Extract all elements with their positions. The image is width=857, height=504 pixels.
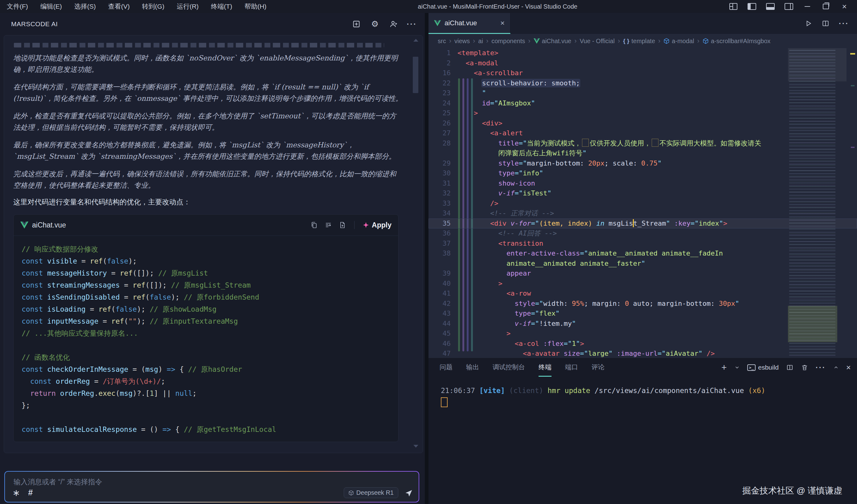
apply-button[interactable]: Apply xyxy=(363,221,391,229)
code-line[interactable]: const checkOrderInMessage = (msg) => { /… xyxy=(21,364,390,375)
code-line[interactable]: // 函数名优化 xyxy=(21,351,390,364)
scroll-down-icon[interactable] xyxy=(414,445,418,448)
breadcrumb-item[interactable]: aiChat.vue xyxy=(542,38,572,45)
split-terminal-icon[interactable] xyxy=(786,364,793,371)
code-line[interactable]: const orderReg = /订单号为(\d+)/; xyxy=(21,375,390,387)
code-suggestion-card: aiChat.vue xyxy=(13,214,399,442)
terminal-tab[interactable]: 端口 xyxy=(565,358,578,377)
context-hash-icon[interactable]: # xyxy=(28,488,33,498)
code-editor[interactable]: 1<template>2 <a-modal16 <a-scrollbar22 s… xyxy=(428,48,857,357)
menu-item[interactable]: 转到(G) xyxy=(142,2,164,11)
chat-input-inner[interactable]: 输入消息或者 “/” 来选择指令 ∗ # Deepseek R1 xyxy=(5,472,419,502)
new-chat-icon[interactable] xyxy=(351,19,361,29)
gear-icon[interactable]: ⚙ xyxy=(370,19,380,29)
terminal-tab[interactable]: 输出 xyxy=(466,358,479,377)
code-line[interactable]: // 响应式数据部分修改 xyxy=(21,243,390,255)
breadcrumb-item[interactable]: components xyxy=(491,38,525,45)
vue-icon xyxy=(434,20,441,26)
terminal-profile[interactable]: >_ esbuild xyxy=(747,364,779,371)
overview-ruler[interactable] xyxy=(847,48,857,357)
menu-item[interactable]: 文件(F) xyxy=(7,2,28,11)
copy-icon[interactable] xyxy=(310,221,318,229)
terminal-tab[interactable]: 终端 xyxy=(539,358,552,377)
chat-scrollbar[interactable] xyxy=(411,36,420,452)
panel-editor-divider[interactable] xyxy=(425,13,428,504)
menu-item[interactable]: 终端(T) xyxy=(211,2,232,11)
tab-close-icon[interactable]: × xyxy=(500,19,505,28)
code-line[interactable]: const simulateLocalResponse = () => { //… xyxy=(21,423,390,436)
code-line[interactable]: return orderReg.exec(msg)?.[1] || null; xyxy=(21,387,390,400)
menu-item[interactable]: 运行(R) xyxy=(177,2,199,11)
chevron-down-icon[interactable] xyxy=(734,365,740,370)
menu-item[interactable]: 查看(V) xyxy=(108,2,130,11)
run-icon[interactable] xyxy=(804,19,812,28)
restore-button[interactable] xyxy=(821,3,830,10)
toggle-panel-icon[interactable] xyxy=(766,3,775,10)
close-panel-icon[interactable]: × xyxy=(846,363,851,372)
scroll-up-icon[interactable] xyxy=(414,39,418,41)
code-line[interactable]: }; xyxy=(21,400,390,411)
new-file-icon[interactable] xyxy=(339,221,346,229)
terminal-tab[interactable]: 问题 xyxy=(440,358,453,377)
more-actions-icon[interactable]: ··· xyxy=(816,363,826,372)
menu-item[interactable]: 帮助(H) xyxy=(245,2,266,11)
minimap[interactable] xyxy=(788,48,846,357)
send-icon[interactable] xyxy=(404,489,413,497)
terminal-output[interactable]: 21:06:37 [vite] (client) hmr update /src… xyxy=(428,377,857,410)
terminal-cursor xyxy=(441,397,448,407)
model-selector[interactable]: Deepseek R1 xyxy=(344,487,398,498)
more-actions-icon[interactable]: ··· xyxy=(407,19,417,29)
chat-input-toolbar: ∗ # Deepseek R1 xyxy=(12,487,413,498)
chevron-up-icon[interactable] xyxy=(833,365,839,370)
line-number: 38 xyxy=(428,249,457,258)
scrollbar-thumb[interactable] xyxy=(413,57,418,93)
code-line[interactable]: const visible = ref(false); xyxy=(21,255,390,267)
close-button[interactable]: × xyxy=(840,3,849,10)
customize-layout-icon[interactable] xyxy=(729,3,738,10)
breadcrumb-item[interactable]: views xyxy=(454,38,470,45)
line-number: 24 xyxy=(428,98,457,108)
breadcrumb-item[interactable]: Vue - Official xyxy=(580,38,615,45)
code-line[interactable]: const isSendingDisabled = ref(false); //… xyxy=(21,291,390,303)
code-line[interactable]: const messageHistory = ref([]); // 原msgL… xyxy=(21,267,390,279)
code-line[interactable] xyxy=(21,411,390,423)
code-line[interactable]: const streamingMessages = ref([]); // 原m… xyxy=(21,279,390,291)
terminal-actions: + >_ esbuild ··· × xyxy=(721,362,851,373)
menu-item[interactable]: 编辑(E) xyxy=(40,2,62,11)
terminal-tab[interactable]: 调试控制台 xyxy=(493,358,525,377)
changes-intro: 这里对代码进行变量名和代码结构的优化，主要改动点： xyxy=(13,197,403,207)
breadcrumb-item[interactable]: src xyxy=(438,38,446,45)
account-icon[interactable] xyxy=(388,19,398,29)
breadcrumb-item[interactable]: a-scrollbar#AImsgbox xyxy=(711,38,770,45)
kill-terminal-icon[interactable] xyxy=(801,364,808,371)
code-line[interactable]: const inputMessage = ref(""); // 原inputT… xyxy=(21,315,390,327)
line-number: 36 xyxy=(428,229,457,239)
line-number: 30 xyxy=(428,168,457,179)
line-number: 28 xyxy=(428,138,457,149)
code-line[interactable] xyxy=(21,339,390,351)
commands-icon[interactable]: ∗ xyxy=(12,488,20,498)
log-time: 21:06:37 xyxy=(441,387,475,394)
code-line[interactable]: // ...其他响应式变量保持原名... xyxy=(21,327,390,339)
terminal-tab[interactable]: 评论 xyxy=(592,358,605,377)
line-number: 33 xyxy=(428,199,457,209)
insert-code-icon[interactable] xyxy=(325,221,332,229)
chat-input-placeholder: 输入消息或者 “/” 来选择指令 xyxy=(14,477,102,487)
toggle-sidebar-icon[interactable] xyxy=(747,3,756,10)
breadcrumb-item[interactable]: template xyxy=(631,38,655,45)
line-number: 23 xyxy=(428,88,457,98)
chat-paragraph: 在代码结构方面，可能需要调整一些条件判断和循环，使其更简洁易读。例如，将 `if… xyxy=(13,81,403,104)
toggle-secondary-sidebar-icon[interactable] xyxy=(784,3,793,10)
code-line[interactable]: const isLoading = ref(false); // 原showLo… xyxy=(21,303,390,315)
breadcrumb-separator-icon: › xyxy=(697,37,700,45)
new-terminal-icon[interactable]: + xyxy=(721,362,727,373)
breadcrumb-separator-icon: › xyxy=(473,37,475,45)
line-text: const streamingMessages = ref([]); // 原m… xyxy=(21,281,251,289)
breadcrumb-item[interactable]: a-modal xyxy=(672,38,694,45)
minimize-button[interactable] xyxy=(803,3,812,10)
breadcrumb-item[interactable]: ai xyxy=(478,38,483,45)
tab-aichat-vue[interactable]: aiChat.vue × xyxy=(428,13,510,34)
more-actions-icon[interactable]: ··· xyxy=(839,19,849,28)
menu-item[interactable]: 选择(S) xyxy=(74,2,96,11)
split-editor-icon[interactable] xyxy=(822,19,829,28)
